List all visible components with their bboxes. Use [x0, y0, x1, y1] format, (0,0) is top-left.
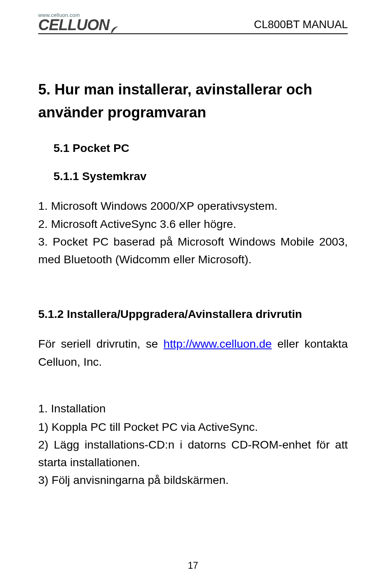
- heading-5-1-2: 5.1.2 Installera/Uppgradera/Avinstallera…: [38, 305, 348, 323]
- logo-swoosh-icon: [111, 21, 119, 29]
- content: 5. Hur man installerar, avinstallerar oc…: [38, 78, 348, 489]
- req-item-2: 2. Microsoft ActiveSync 3.6 eller högre.: [38, 215, 348, 233]
- serial-driver-paragraph: För seriell drivrutin, se http://www.cel…: [38, 335, 348, 370]
- install-heading: 1. Installation: [38, 400, 348, 417]
- page-number: 17: [0, 560, 386, 571]
- celluon-link[interactable]: http://www.celluon.de: [164, 337, 272, 350]
- logo-block: www.celluon.com CELLUON: [38, 12, 119, 33]
- install-steps: 1) Koppla PC till Pocket PC via ActiveSy…: [38, 418, 348, 489]
- heading-5-1-1: 5.1.1 Systemkrav: [38, 167, 348, 185]
- heading-1: 5. Hur man installerar, avinstallerar oc…: [38, 78, 348, 124]
- serial-pre-text: För seriell drivrutin, se: [38, 337, 164, 350]
- req-item-1: 1. Microsoft Windows 2000/XP operativsys…: [38, 197, 348, 215]
- page-header: www.celluon.com CELLUON CL800BT MANUAL: [38, 12, 348, 33]
- req-item-3: 3. Pocket PC baserad på Microsoft Window…: [38, 233, 348, 268]
- logo-name: CELLUON: [38, 17, 119, 33]
- header-divider: [38, 33, 348, 34]
- heading-5-1: 5.1 Pocket PC: [38, 139, 348, 157]
- install-step-1: 1) Koppla PC till Pocket PC via ActiveSy…: [38, 418, 348, 436]
- install-step-2: 2) Lägg installations-CD:n i datorns CD-…: [38, 436, 348, 471]
- header-right-title: CL800BT MANUAL: [254, 18, 348, 33]
- page: www.celluon.com CELLUON CL800BT MANUAL 5…: [0, 0, 386, 588]
- logo-text: CELLUON: [38, 17, 109, 33]
- requirements-list: 1. Microsoft Windows 2000/XP operativsys…: [38, 197, 348, 268]
- install-step-3: 3) Följ anvisningarna på bildskärmen.: [38, 471, 348, 489]
